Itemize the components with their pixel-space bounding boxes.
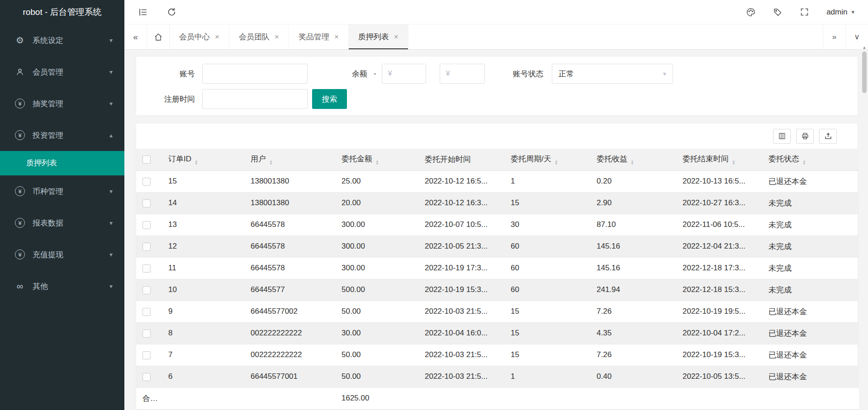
scrollbar-thumb[interactable] — [862, 52, 867, 93]
sort-icon[interactable]: ▲▼ — [269, 160, 273, 165]
page-scrollbar[interactable]: ▲ — [862, 45, 867, 408]
column-header[interactable]: 委托状态▲▼ — [762, 149, 859, 170]
sidebar-item-members[interactable]: 会员管理▾ — [0, 56, 124, 88]
table-cell: 1 — [504, 366, 590, 387]
sidebar-item-invest[interactable]: ¥投资管理▴ — [0, 119, 124, 151]
column-header[interactable]: 委托结束时间▲▼ — [676, 149, 762, 170]
close-icon[interactable]: × — [334, 33, 339, 41]
table-cell: 2022-10-19 15:3... — [418, 279, 504, 301]
balance-min-input[interactable] — [382, 64, 426, 84]
sidebar-item-label: 抽奖管理 — [33, 99, 109, 109]
tabs-scroll-right-button[interactable]: » — [823, 24, 845, 49]
balance-max-input[interactable] — [440, 64, 485, 84]
table-row[interactable]: 1413800138020.002022-10-12 16:3...152.90… — [136, 192, 859, 214]
columns-button[interactable] — [773, 129, 791, 144]
sidebar-item-other[interactable]: ∞其他▾ — [0, 270, 124, 302]
row-checkbox[interactable] — [142, 373, 151, 381]
row-checkbox[interactable] — [142, 330, 151, 338]
sort-icon[interactable]: ▲▼ — [802, 160, 806, 165]
table-row[interactable]: 66644557700150.002022-10-03 21:5...10.40… — [136, 366, 859, 387]
sidebar-item-label: 币种管理 — [33, 186, 109, 197]
tab-member-team[interactable]: 会员团队× — [229, 24, 289, 49]
register-time-input[interactable] — [202, 89, 308, 109]
sidebar-item-report[interactable]: ¥报表数据▾ — [0, 207, 124, 239]
select-all-header-cell — [136, 149, 162, 170]
table-cell: 300.00 — [335, 214, 418, 236]
theme-button[interactable] — [746, 7, 756, 17]
row-checkbox[interactable] — [142, 286, 151, 294]
sidebar-item-recharge[interactable]: ¥充值提现▾ — [0, 239, 124, 270]
tab-pledge-list[interactable]: 质押列表× — [349, 24, 408, 49]
row-checkbox[interactable] — [142, 351, 151, 359]
home-tab-button[interactable] — [147, 24, 170, 49]
close-icon[interactable]: × — [394, 33, 398, 41]
row-checkbox[interactable] — [142, 308, 151, 316]
tabs-scroll-left-button[interactable]: « — [124, 24, 147, 49]
collapse-sidebar-button[interactable] — [138, 7, 148, 17]
scrollbar-up-icon[interactable]: ▲ — [862, 45, 867, 50]
tab-label: 会员团队 — [239, 32, 270, 42]
table-body: 1513800138025.002022-10-12 16:5...10.202… — [136, 170, 859, 387]
select-all-checkbox[interactable] — [142, 156, 151, 164]
main-area: admin ▾ « 会员中心×会员团队×奖品管理×质押列表× » ∨ — [124, 0, 868, 410]
sidebar-item-currency[interactable]: ¥币种管理▾ — [0, 175, 124, 207]
table-row[interactable]: 1366445578300.002022-10-07 10:5...3087.1… — [136, 214, 859, 236]
sidebar-subitem-pledge-list[interactable]: 质押列表 — [0, 151, 124, 175]
table-cell: 2022-10-27 16:3... — [676, 192, 762, 214]
export-button[interactable] — [819, 129, 837, 144]
sort-icon[interactable]: ▲▼ — [631, 160, 634, 165]
row-checkbox[interactable] — [142, 243, 151, 251]
account-status-label: 账号状态 — [513, 69, 544, 79]
table-cell: 2022-10-03 21:5... — [418, 344, 504, 366]
table-panel: 订单ID▲▼用户▲▼委托金额▲▼委托开始时间委托周期/天▲▼委托收益▲▼委托结束… — [136, 123, 858, 410]
table-row[interactable]: 96644557700250.002022-10-03 21:5...157.2… — [136, 301, 859, 322]
tab-member-center[interactable]: 会员中心× — [170, 24, 229, 49]
table-cell: 145.16 — [590, 236, 676, 257]
table-cell: 2022-10-12 16:5... — [418, 170, 504, 192]
tab-label: 奖品管理 — [299, 32, 329, 42]
table-cell: 7.26 — [590, 344, 676, 366]
sort-icon[interactable]: ▲▼ — [194, 160, 198, 165]
row-checkbox[interactable] — [142, 221, 151, 229]
account-status-select[interactable]: 正常 ▾ — [552, 64, 673, 84]
table-row[interactable]: 800222222222230.002022-10-04 16:0...154.… — [136, 322, 859, 344]
print-button[interactable] — [796, 129, 814, 144]
table-row[interactable]: 1513800138025.002022-10-12 16:5...10.202… — [136, 170, 859, 192]
sort-icon[interactable]: ▲▼ — [375, 160, 379, 165]
search-button[interactable]: 搜索 — [312, 89, 347, 109]
sidebar-item-lottery[interactable]: ¥抽奖管理▾ — [0, 88, 124, 119]
column-header[interactable]: 订单ID▲▼ — [162, 149, 244, 170]
chevron-up-icon: ▴ — [109, 132, 113, 139]
column-header[interactable]: 用户▲▼ — [244, 149, 335, 170]
table-row[interactable]: 1066445577500.002022-10-19 15:3...60241.… — [136, 279, 859, 301]
yen-icon: ¥ — [14, 218, 26, 228]
sort-icon[interactable]: ▲▼ — [732, 160, 735, 165]
account-input[interactable] — [202, 64, 308, 84]
sidebar-item-label: 充值提现 — [33, 250, 109, 260]
row-checkbox[interactable] — [142, 264, 151, 273]
tag-button[interactable] — [773, 7, 783, 17]
table-cell: 15 — [504, 322, 590, 344]
user-menu[interactable]: admin ▾ — [826, 8, 854, 17]
refresh-button[interactable] — [167, 7, 176, 17]
table-row[interactable]: 1266445578300.002022-10-05 21:3...60145.… — [136, 236, 859, 257]
close-icon[interactable]: × — [215, 33, 219, 41]
table-cell: 241.94 — [590, 279, 676, 301]
table-cell: 8 — [162, 322, 244, 344]
fold-menu-icon — [138, 7, 148, 17]
close-icon[interactable]: × — [275, 33, 279, 41]
fullscreen-button[interactable] — [800, 7, 809, 17]
tab-prize-mgmt[interactable]: 奖品管理× — [289, 24, 349, 49]
column-header[interactable]: 委托金额▲▼ — [335, 149, 418, 170]
table-cell: 2022-10-19 17:3... — [418, 257, 504, 279]
table-row[interactable]: 1166445578300.002022-10-19 17:3...60145.… — [136, 257, 859, 279]
sort-icon[interactable]: ▲▼ — [555, 160, 558, 165]
row-checkbox[interactable] — [142, 178, 151, 186]
column-header[interactable]: 委托收益▲▼ — [590, 149, 676, 170]
column-header[interactable]: 委托周期/天▲▼ — [504, 149, 590, 170]
sidebar-item-system[interactable]: ⚙系统设定▾ — [0, 24, 124, 56]
row-checkbox[interactable] — [142, 199, 151, 207]
table-cell: 138001380 — [244, 170, 335, 192]
table-row[interactable]: 700222222222250.002022-10-03 21:5...157.… — [136, 344, 859, 366]
table-cell: 30.00 — [335, 322, 418, 344]
